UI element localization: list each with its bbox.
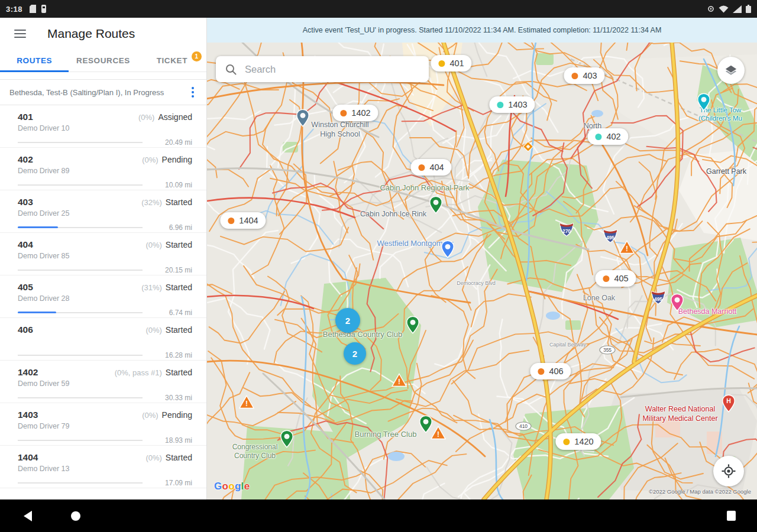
route-miles: 6.74 mi xyxy=(153,309,192,317)
svg-text:!: ! xyxy=(437,430,439,439)
map-poi-label: Capital Beltway xyxy=(549,342,586,348)
route-marker-402[interactable]: 402 xyxy=(587,128,628,145)
wifi-icon xyxy=(719,5,729,13)
route-marker-404[interactable]: 404 xyxy=(410,159,451,176)
route-progress-bar xyxy=(18,312,143,313)
route-marker-dot xyxy=(603,275,609,282)
route-row-top: 402(0%)Pending xyxy=(18,154,192,165)
route-marker-405[interactable]: 405 xyxy=(595,270,636,287)
route-row-bottom: 6.96 mi xyxy=(18,223,192,232)
tab-tickets[interactable]: TICKET 1 xyxy=(138,50,206,72)
route-row-top: 1402(0%, pass #1)Started xyxy=(18,367,192,378)
route-number: 1403 xyxy=(18,410,38,420)
route-item[interactable]: 1404(0%)StartedDemo Driver 1317.09 mi xyxy=(0,446,206,488)
search-input[interactable] xyxy=(245,64,419,75)
route-progress-bar xyxy=(18,184,143,186)
map-search-bar[interactable] xyxy=(216,56,429,82)
routes-sidebar: Manage Routes ROUTES RESOURCES TICKET 1 … xyxy=(0,18,207,499)
route-status: Started xyxy=(166,453,192,462)
route-status-group: (0%)Assigned xyxy=(138,112,192,122)
clock: 3:18 xyxy=(6,5,22,14)
tab-routes[interactable]: ROUTES xyxy=(0,50,69,72)
golf-pin[interactable] xyxy=(280,430,294,450)
svg-text:355: 355 xyxy=(603,347,612,353)
school-pin[interactable] xyxy=(296,109,310,129)
route-number: 403 xyxy=(18,197,33,207)
route-item[interactable]: 401(0%)AssignedDemo Driver 1020.49 mi xyxy=(0,105,206,148)
route-marker-1404[interactable]: 1404 xyxy=(220,212,266,229)
tab-bar: ROUTES RESOURCES TICKET 1 xyxy=(0,50,206,72)
home-button[interactable] xyxy=(71,511,80,521)
route-marker-label: 402 xyxy=(606,132,620,141)
route-status-group: (32%)Started xyxy=(141,197,192,207)
route-marker-403[interactable]: 403 xyxy=(564,67,604,84)
event-selector[interactable]: Bethesda, Test-B (Salting/Plan I), In Pr… xyxy=(0,79,206,105)
route-driver: Demo Driver 10 xyxy=(18,124,192,133)
ice-rink-pin[interactable] xyxy=(429,196,443,216)
cluster-marker[interactable]: 2 xyxy=(344,342,366,365)
svg-text:495: 495 xyxy=(606,235,614,241)
hotel-pin[interactable] xyxy=(670,293,684,314)
google-logo-letter: e xyxy=(244,481,250,492)
route-status-group: (0%, pass #1)Started xyxy=(115,367,192,378)
route-marker-1402[interactable]: 1402 xyxy=(332,105,378,121)
hospital-pin[interactable]: H xyxy=(722,394,736,415)
route-status-group: (0%)Pending xyxy=(142,154,192,165)
warning-triangle-icon[interactable]: ! xyxy=(239,395,254,411)
route-row-bottom: 20.49 mi xyxy=(18,138,192,147)
android-status-bar: 3:18 xyxy=(0,0,757,18)
route-number: 401 xyxy=(18,112,33,122)
warning-triangle-icon[interactable]: ! xyxy=(431,426,446,442)
route-shield: 410 xyxy=(515,421,532,433)
recents-button[interactable] xyxy=(727,511,736,521)
layers-button[interactable] xyxy=(717,57,745,84)
route-item[interactable]: 406(0%)Started16.28 mi xyxy=(0,318,206,361)
route-row-top: 1404(0%)Started xyxy=(18,452,192,463)
warning-triangle-icon[interactable]: ! xyxy=(392,373,407,390)
route-item[interactable]: 402(0%)PendingDemo Driver 8910.09 mi xyxy=(0,148,206,190)
route-driver: Demo Driver 79 xyxy=(18,422,192,431)
route-miles: 30.33 mi xyxy=(153,394,192,402)
battery-icon xyxy=(746,5,751,13)
mall-pin[interactable] xyxy=(441,240,455,261)
route-progress-bar xyxy=(18,355,143,356)
cluster-marker[interactable]: 2 xyxy=(335,308,360,333)
route-item[interactable]: 404(0%)StartedDemo Driver 8520.15 mi xyxy=(0,233,206,275)
museum-pin[interactable] xyxy=(697,93,711,113)
route-percent: (0%) xyxy=(145,326,161,335)
golf-pin[interactable] xyxy=(406,316,420,336)
svg-text:495: 495 xyxy=(654,296,662,302)
signal-icon xyxy=(733,5,742,13)
route-status: Started xyxy=(166,368,192,377)
tab-resources[interactable]: RESOURCES xyxy=(69,50,137,72)
route-marker-label: 404 xyxy=(429,163,444,172)
route-progress-fill xyxy=(18,226,58,228)
warning-triangle-icon[interactable]: ! xyxy=(619,240,635,257)
menu-icon[interactable] xyxy=(14,27,26,40)
route-marker-1403[interactable]: 1403 xyxy=(489,96,535,113)
svg-text:410: 410 xyxy=(519,423,528,429)
map-canvas[interactable]: Winston ChurchillHigh SchoolCabin John R… xyxy=(207,43,757,499)
route-status: Pending xyxy=(162,155,192,164)
route-miles: 16.28 mi xyxy=(153,351,192,359)
route-number: 404 xyxy=(18,239,33,250)
route-marker-406[interactable]: 406 xyxy=(530,363,571,379)
route-item[interactable]: 405(31%)StartedDemo Driver 286.74 mi xyxy=(0,275,206,318)
route-status-group: (31%)Started xyxy=(141,282,192,293)
route-driver xyxy=(18,337,192,346)
route-marker-label: 403 xyxy=(583,71,597,80)
route-status-group: (0%)Started xyxy=(145,452,192,463)
route-marker-1420[interactable]: 1420 xyxy=(555,433,601,450)
back-button[interactable] xyxy=(24,511,32,521)
route-item[interactable]: 403(32%)StartedDemo Driver 256.96 mi xyxy=(0,190,206,233)
route-percent: (0%, pass #1) xyxy=(115,368,162,377)
route-item[interactable]: 1402(0%, pass #1)StartedDemo Driver 5930… xyxy=(0,361,206,403)
route-item[interactable]: 1403(0%)PendingDemo Driver 7918.93 mi xyxy=(0,403,206,446)
map-poi-label: Cabin John Ice Rink xyxy=(360,210,426,219)
route-status: Started xyxy=(166,240,192,249)
route-marker-401[interactable]: 401 xyxy=(431,55,471,72)
my-location-button[interactable] xyxy=(713,456,744,486)
map-poi-label: Walter Reed NationalMilitary Medical Cen… xyxy=(642,405,717,423)
map-poi-label: Winston ChurchillHigh School xyxy=(311,121,368,139)
kebab-menu-icon[interactable] xyxy=(187,85,198,100)
